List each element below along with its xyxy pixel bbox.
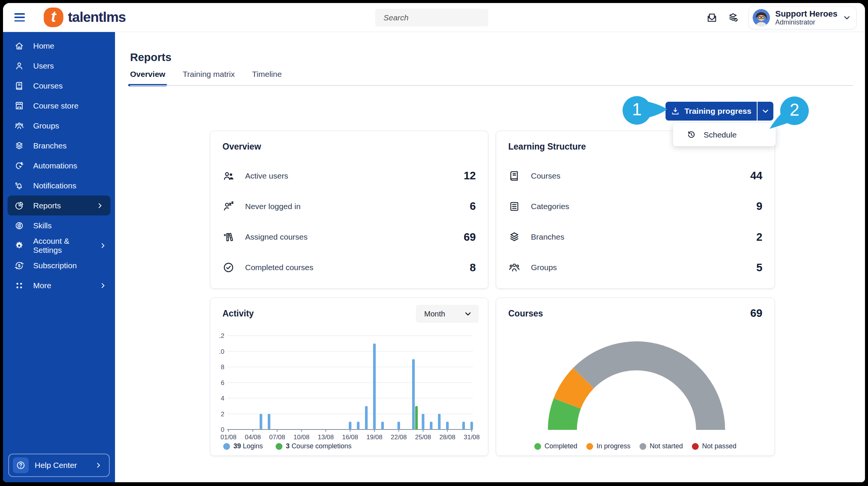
talentlms-logo: t talentlms [44, 8, 126, 27]
book-icon [14, 81, 24, 91]
sidebar-item-subscription[interactable]: Subscription [3, 255, 115, 275]
legend-logins: 39 Logins [223, 442, 263, 450]
pie-chart-icon [14, 201, 24, 211]
sidebar-item-home[interactable]: Home [3, 36, 115, 56]
svg-text:13/08: 13/08 [318, 434, 334, 440]
bell-icon [14, 181, 24, 191]
tabs-divider [130, 85, 853, 86]
training-progress-dropdown-toggle[interactable] [757, 102, 773, 121]
svg-text:28/08: 28/08 [439, 434, 455, 440]
stat-groups: Groups 5 [508, 261, 762, 274]
sidebar-item-branches[interactable]: Branches [3, 136, 115, 156]
topbar-actions: Support Heroes Administrator [706, 3, 857, 32]
hamburger-menu-icon[interactable] [14, 13, 25, 21]
store-icon [14, 101, 24, 111]
tab-training-matrix[interactable]: Training matrix [182, 70, 235, 85]
learning-structure-card: Learning Structure Courses 44 Categories… [496, 131, 775, 289]
card-title: Activity [222, 309, 254, 319]
svg-text:10/08: 10/08 [293, 434, 310, 440]
chevron-down-icon [843, 14, 851, 22]
stat-active-users: Active users 12 [222, 170, 476, 182]
sidebar-item-skills[interactable]: Skills [3, 215, 115, 235]
completions-dot-icon [276, 443, 282, 450]
sidebar-item-groups[interactable]: Groups [3, 116, 115, 136]
chevron-right-icon [99, 242, 107, 249]
user-menu[interactable]: Support Heroes Administrator [748, 6, 857, 29]
stat-never-logged-in: Never logged in 6 [222, 200, 476, 212]
svg-text:2: 2 [221, 411, 224, 418]
svg-text:16/08: 16/08 [342, 434, 358, 440]
svg-text:19/08: 19/08 [367, 434, 383, 440]
user-role: Administrator [775, 18, 837, 26]
svg-text:4: 4 [221, 395, 224, 402]
not-started-dot-icon [639, 443, 646, 450]
sidebar-item-users[interactable]: Users [3, 56, 115, 76]
overview-card: Overview Active users 12 Never logged in… [210, 131, 488, 289]
chevron-right-icon [96, 202, 104, 209]
help-center-button[interactable]: Help Center [8, 454, 110, 477]
svg-text:22/08: 22/08 [391, 434, 407, 440]
sidebar-item-notifications[interactable]: Notifications [3, 176, 115, 196]
search-box[interactable] [375, 9, 488, 26]
svg-text:6: 6 [221, 379, 224, 387]
sidebar-item-automations[interactable]: Automations [3, 156, 115, 176]
stat-assigned-courses: Assigned courses 69 [222, 231, 476, 243]
sidebar-item-more[interactable]: More [3, 275, 115, 295]
courses-total: 69 [750, 307, 762, 319]
training-progress-menu: Schedule [673, 123, 776, 146]
sidebar-item-account-settings[interactable]: Account & Settings [3, 235, 115, 255]
sidebar-item-course-store[interactable]: Course store [3, 96, 115, 116]
svg-text:10: 10 [219, 348, 224, 355]
sidebar-item-reports[interactable]: Reports [8, 196, 110, 215]
activity-card: Activity Month 02468101201/0804/0807/081… [210, 298, 488, 456]
stack-check-icon[interactable] [727, 12, 739, 23]
question-icon [13, 457, 29, 473]
training-progress-button[interactable]: Training progress [666, 102, 757, 121]
history-icon [687, 130, 696, 139]
home-icon [14, 41, 24, 51]
card-title: Courses [508, 309, 543, 319]
avatar [753, 9, 770, 26]
user-icon [14, 61, 24, 71]
active-users-icon [222, 170, 235, 182]
svg-text:8: 8 [221, 364, 224, 371]
activity-legend: 39 Logins 3 Course completions [223, 442, 351, 450]
card-title: Overview [222, 142, 261, 152]
tab-overview[interactable]: Overview [130, 70, 165, 85]
layers-icon [508, 231, 520, 243]
brain-icon [14, 221, 24, 231]
layers-icon [14, 141, 24, 151]
training-progress-button-group: Training progress [666, 102, 773, 121]
not-passed-dot-icon [692, 443, 699, 450]
chevron-down-icon [464, 310, 472, 318]
legend-not-started: Not started [639, 442, 683, 450]
svg-text:31/08: 31/08 [464, 434, 480, 440]
gear-icon [14, 241, 24, 251]
search-input[interactable] [383, 13, 488, 23]
menu-item-schedule[interactable]: Schedule [681, 130, 737, 139]
main-content: Reports Overview Training matrix Timelin… [115, 32, 865, 482]
logins-dot-icon [223, 443, 230, 450]
topbar: t talentlms [3, 3, 865, 32]
automation-icon [14, 161, 24, 171]
subscription-icon [14, 261, 24, 271]
legend-not-passed: Not passed [692, 442, 736, 450]
tab-timeline[interactable]: Timeline [252, 70, 282, 85]
callout-badge-1: 1 [620, 94, 669, 127]
assigned-courses-icon [222, 231, 235, 243]
period-select[interactable]: Month [416, 305, 479, 323]
sidebar: Home Users Courses Course store Groups B… [3, 32, 115, 482]
svg-text:04/08: 04/08 [245, 434, 261, 440]
gauge-legend: Completed In progress Not started Not pa… [496, 442, 774, 450]
page-title: Reports [130, 51, 172, 64]
download-icon [671, 107, 680, 116]
inbox-message-icon[interactable] [706, 12, 718, 23]
stat-completed-courses: Completed courses 8 [222, 261, 476, 274]
chevron-right-icon [95, 462, 102, 469]
stat-courses: Courses 44 [508, 170, 762, 182]
svg-text:12: 12 [219, 332, 224, 339]
sidebar-item-courses[interactable]: Courses [3, 76, 115, 96]
svg-text:25/08: 25/08 [415, 434, 431, 440]
stat-branches: Branches 2 [508, 231, 762, 243]
activity-bar-chart: 02468101201/0804/0807/0810/0813/0816/081… [219, 327, 480, 440]
